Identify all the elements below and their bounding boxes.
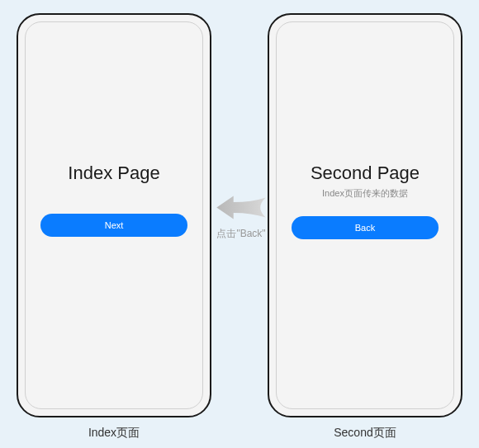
index-page-title: Index Page: [68, 163, 159, 184]
next-button[interactable]: Next: [40, 214, 187, 237]
second-page-subtitle: Index页面传来的数据: [322, 187, 408, 200]
back-button-label: Back: [355, 223, 375, 233]
arrow-label: 点击"Back": [216, 227, 265, 241]
next-button-label: Next: [105, 220, 124, 230]
arrow-left-icon: [211, 191, 271, 224]
second-page-title: Second Page: [311, 163, 420, 184]
caption-index: Index页面: [17, 426, 211, 441]
phone-frame-right: Second Page Index页面传来的数据 Back: [268, 13, 462, 417]
navigation-arrow: 点击"Back": [208, 191, 274, 241]
back-button[interactable]: Back: [292, 216, 439, 239]
caption-second: Second页面: [268, 426, 462, 441]
screen-index: Index Page Next: [25, 21, 203, 409]
screen-second: Second Page Index页面传来的数据 Back: [276, 21, 454, 409]
phone-frame-left: Index Page Next: [17, 13, 211, 417]
